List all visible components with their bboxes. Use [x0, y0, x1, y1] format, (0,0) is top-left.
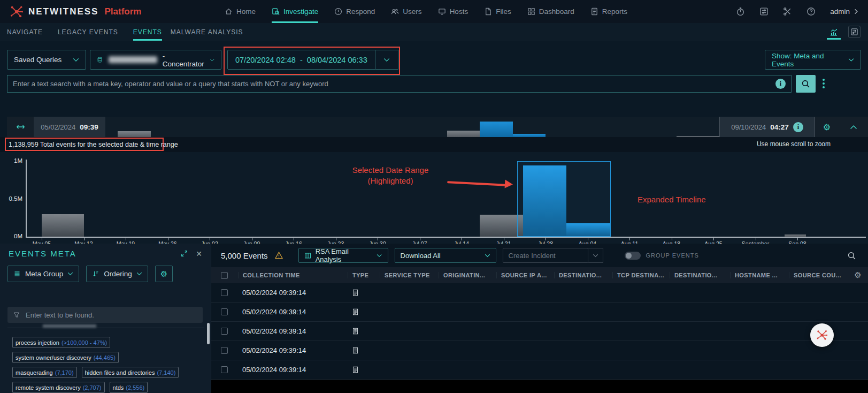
selected-date-range-highlight[interactable] — [517, 161, 611, 237]
chevron-down-icon — [377, 254, 382, 258]
column-header[interactable]: TYPE — [348, 272, 380, 278]
event-type-cell — [348, 308, 380, 316]
mini-timeline-track[interactable] — [105, 117, 719, 137]
nav-item-investigate[interactable]: Investigate — [272, 0, 318, 23]
timeline-collapse-toggle[interactable] — [839, 117, 868, 137]
close-panel-icon[interactable]: ✕ — [196, 250, 202, 258]
event-row[interactable]: 05/02/2024 09:39:14 — [211, 303, 868, 322]
event-row[interactable]: 05/02/2024 09:39:14 — [211, 341, 868, 360]
timeline-strip: 05/02/2024 09:39 09/10/2024 04:27 i ⚙ — [0, 117, 868, 137]
column-header[interactable]: SERVICE TYPE — [380, 272, 439, 278]
create-incident-button[interactable]: Create Incident — [503, 248, 588, 263]
chart-bar-segment[interactable] — [785, 235, 805, 237]
meta-filter-input[interactable] — [26, 311, 197, 319]
mini-timeline-bar[interactable] — [447, 131, 480, 137]
row-checkbox[interactable] — [221, 347, 228, 354]
column-header[interactable]: COLLECTION TIME — [238, 272, 348, 278]
meta-value-count: (7,140) — [157, 369, 175, 376]
meta-group-dropdown[interactable]: Meta Group — [7, 266, 79, 282]
nav-item-home[interactable]: Home — [225, 0, 256, 23]
row-checkbox[interactable] — [221, 289, 228, 296]
timeline-end-date: 09/10/2024 — [731, 123, 766, 131]
strip-pad — [0, 117, 7, 137]
download-all-dropdown[interactable]: Download All — [395, 248, 496, 263]
nav-label: Reports — [602, 7, 627, 16]
floating-netwitness-button[interactable] — [810, 323, 834, 347]
mini-timeline-bar[interactable] — [118, 131, 151, 137]
meta-settings-gear[interactable]: ⚙ — [155, 266, 173, 282]
nav-item-files[interactable]: Files — [484, 0, 511, 23]
column-settings-gear[interactable]: ⚙ — [854, 270, 862, 280]
meta-value-pill[interactable]: ntds (2,556) — [110, 382, 148, 393]
time-range-dropdown-toggle[interactable] — [375, 50, 398, 70]
y-axis-line — [26, 160, 27, 237]
nav-item-hosts[interactable]: Hosts — [438, 0, 468, 23]
show-meta-events-label: Show: Meta and Events — [772, 52, 843, 68]
timer-icon[interactable] — [736, 7, 745, 16]
tools-icon[interactable] — [783, 7, 792, 16]
brand-logo[interactable]: NETWITNESSPlatform — [0, 5, 141, 19]
chart-bar-segment[interactable] — [42, 214, 84, 237]
group-events-toggle[interactable] — [625, 252, 641, 260]
nav-item-users[interactable]: Users — [391, 0, 421, 23]
nav-label: Dashboard — [539, 7, 574, 16]
query-info-icon[interactable]: i — [775, 79, 786, 89]
meta-value-label: remote system discovery — [16, 384, 81, 391]
event-row[interactable]: 05/02/2024 09:39:14 — [211, 322, 868, 341]
log-document-icon — [352, 346, 359, 354]
column-group-dropdown[interactable]: RSA Email Analysis — [298, 248, 388, 263]
saved-queries-dropdown[interactable]: Saved Queries — [7, 50, 86, 70]
create-incident-dropdown-toggle[interactable] — [588, 248, 603, 263]
mini-timeline-bar[interactable] — [480, 122, 513, 137]
nav-item-dashboard[interactable]: Dashboard — [527, 0, 574, 23]
timeline-info-icon[interactable]: i — [793, 122, 803, 132]
tab-events[interactable]: EVENTS — [133, 23, 162, 41]
meta-value-pill[interactable]: process injection (>100,000 - 47%) — [12, 337, 110, 348]
tab-malware-analysis[interactable]: MALWARE ANALYSIS — [171, 23, 243, 41]
meta-value-pill[interactable]: masquerading (7,170) — [12, 367, 77, 378]
column-header[interactable]: ORIGINATIN... — [439, 272, 496, 278]
timeline-chart[interactable]: Selected Date Range (Highlighted) Expand… — [0, 152, 868, 248]
column-header[interactable]: SOURCE COU... — [789, 272, 848, 278]
user-menu[interactable]: admin — [830, 7, 858, 16]
panel-settings-toggle[interactable] — [848, 26, 861, 38]
timeline-settings-gear[interactable]: ⚙ — [815, 117, 839, 137]
show-meta-events-dropdown[interactable]: Show: Meta and Events — [765, 50, 861, 70]
tab-navigate[interactable]: NAVIGATE — [7, 23, 43, 41]
mini-timeline-bar[interactable] — [513, 134, 546, 137]
column-header[interactable]: DESTINATIO... — [554, 272, 612, 278]
meta-value-pill[interactable]: system owner/user discovery (44,465) — [12, 352, 119, 363]
nav-item-reports[interactable]: Reports — [590, 0, 627, 23]
timeline-pan-handle[interactable] — [7, 117, 34, 137]
nav-item-respond[interactable]: Respond — [334, 0, 375, 23]
row-checkbox[interactable] — [221, 366, 228, 373]
meta-scrollbar[interactable] — [207, 323, 210, 344]
column-header[interactable]: HOSTNAME ... — [730, 272, 789, 278]
row-checkbox[interactable] — [221, 328, 228, 335]
time-range-value[interactable]: 07/20/2024 02:48 - 08/04/2024 06:33 — [227, 50, 375, 70]
help-icon[interactable] — [806, 7, 816, 16]
chart-view-toggle[interactable] — [827, 25, 841, 40]
mini-timeline-bar[interactable] — [677, 136, 719, 137]
expand-panel-icon[interactable] — [181, 250, 188, 257]
ordering-dropdown[interactable]: Ordering — [86, 266, 148, 282]
service-selector-dropdown[interactable]: - Concentrator — [90, 50, 221, 70]
query-menu-kebab[interactable] — [820, 77, 827, 90]
annotation-arrow — [447, 181, 507, 186]
row-checkbox[interactable] — [221, 308, 228, 315]
chart-bar-segment[interactable] — [480, 215, 523, 237]
event-row[interactable]: 05/02/2024 09:39:14 — [211, 283, 868, 303]
query-search-input[interactable] — [13, 80, 775, 88]
run-query-button[interactable] — [796, 75, 816, 93]
column-header[interactable]: TCP DESTINA... — [612, 272, 670, 278]
event-row[interactable]: 05/02/2024 09:39:14 — [211, 360, 868, 380]
column-header[interactable]: SOURCE IP A... — [496, 272, 554, 278]
column-header[interactable]: DESTINATIO... — [670, 272, 730, 278]
meta-value-pill[interactable]: hidden files and directories (7,140) — [82, 367, 179, 378]
dashboard-icon — [527, 7, 535, 16]
meta-value-pill[interactable]: remote system discovery (2,707) — [12, 382, 105, 393]
jobs-panel-icon[interactable] — [759, 7, 769, 16]
select-all-checkbox[interactable] — [221, 272, 228, 279]
events-search-icon[interactable] — [847, 251, 856, 260]
tab-legacy-events[interactable]: LEGACY EVENTS — [58, 23, 118, 41]
